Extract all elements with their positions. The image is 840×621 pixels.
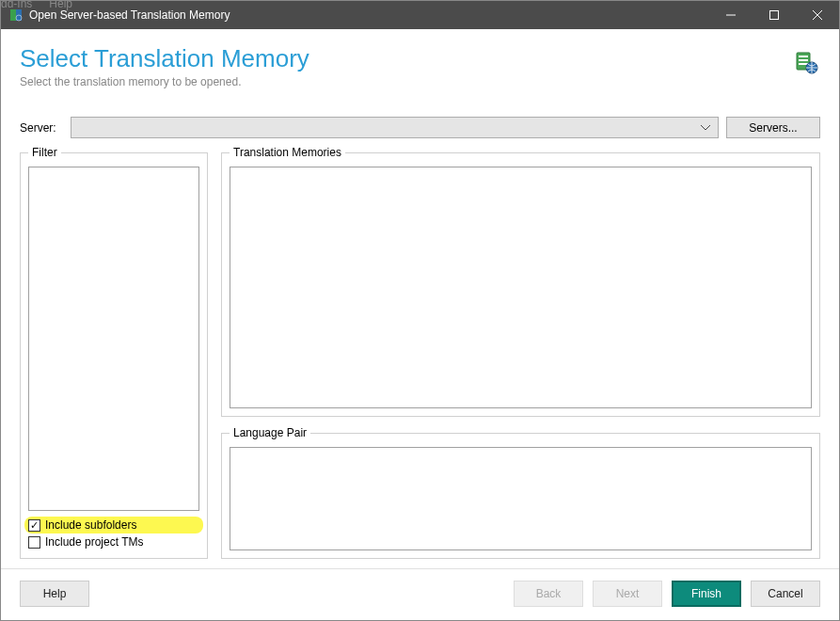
right-panels: Translation Memories Language Pair — [221, 146, 820, 559]
background-menubar: dd-Ins Help — [1, 0, 72, 10]
menubar-item: Help — [49, 0, 72, 10]
include-subfolders-label: Include subfolders — [45, 518, 136, 532]
cancel-button[interactable]: Cancel — [751, 581, 820, 607]
translation-memories-panel: Translation Memories — [221, 146, 820, 417]
servers-button[interactable]: Servers... — [726, 117, 820, 138]
help-button-label: Help — [43, 587, 67, 600]
page-subtitle: Select the translation memory to be open… — [20, 75, 309, 88]
window-controls — [709, 1, 839, 29]
titlebar: Open Server-based Translation Memory — [1, 1, 839, 29]
svg-rect-8 — [799, 56, 808, 57]
server-combo[interactable] — [71, 117, 719, 138]
window-title: Open Server-based Translation Memory — [29, 8, 709, 22]
server-label: Server: — [20, 121, 63, 135]
menubar-item: dd-Ins — [1, 0, 32, 10]
cancel-button-label: Cancel — [768, 587, 802, 600]
page-title: Select Translation Memory — [20, 44, 309, 73]
servers-button-label: Servers... — [749, 121, 797, 135]
filter-list[interactable] — [28, 167, 199, 511]
filter-legend: Filter — [28, 146, 61, 159]
svg-point-2 — [16, 15, 22, 21]
language-pair-list[interactable] — [230, 447, 812, 550]
filter-checkboxes: Include subfolders Include project TMs — [28, 517, 199, 550]
include-subfolders-checkbox[interactable] — [28, 519, 40, 532]
close-button[interactable] — [796, 1, 839, 29]
translation-memory-icon — [794, 50, 820, 76]
panels: Filter Include subfolders Include projec… — [20, 146, 820, 559]
server-row: Server: Servers... — [20, 117, 820, 138]
tm-legend: Translation Memories — [230, 146, 345, 159]
next-button-label: Next — [616, 587, 640, 600]
next-button[interactable]: Next — [593, 581, 662, 607]
language-pair-panel: Language Pair — [221, 426, 820, 559]
minimize-button[interactable] — [709, 1, 753, 29]
svg-rect-9 — [799, 59, 808, 61]
chevron-down-icon — [697, 119, 714, 136]
help-button[interactable]: Help — [20, 581, 89, 607]
finish-button-label: Finish — [691, 587, 721, 600]
dialog-window: dd-Ins Help Open Server-based Translatio… — [0, 0, 840, 621]
svg-rect-0 — [10, 9, 16, 21]
lang-legend: Language Pair — [230, 426, 310, 439]
maximize-button[interactable] — [753, 1, 796, 29]
finish-button[interactable]: Finish — [672, 581, 741, 607]
include-subfolders-row[interactable]: Include subfolders — [24, 517, 203, 533]
header: Select Translation Memory Select the tra… — [20, 44, 820, 88]
translation-memories-list[interactable] — [230, 167, 812, 408]
include-project-tms-label: Include project TMs — [45, 535, 144, 549]
include-project-tms-checkbox[interactable] — [28, 536, 40, 549]
svg-rect-4 — [770, 11, 779, 20]
dialog-content: Select Translation Memory Select the tra… — [1, 29, 839, 568]
filter-panel: Filter Include subfolders Include projec… — [20, 146, 208, 559]
dialog-footer: Help Back Next Finish Cancel — [1, 568, 839, 620]
back-button-label: Back — [536, 587, 562, 600]
include-project-tms-row[interactable]: Include project TMs — [28, 533, 199, 550]
back-button[interactable]: Back — [514, 581, 583, 607]
